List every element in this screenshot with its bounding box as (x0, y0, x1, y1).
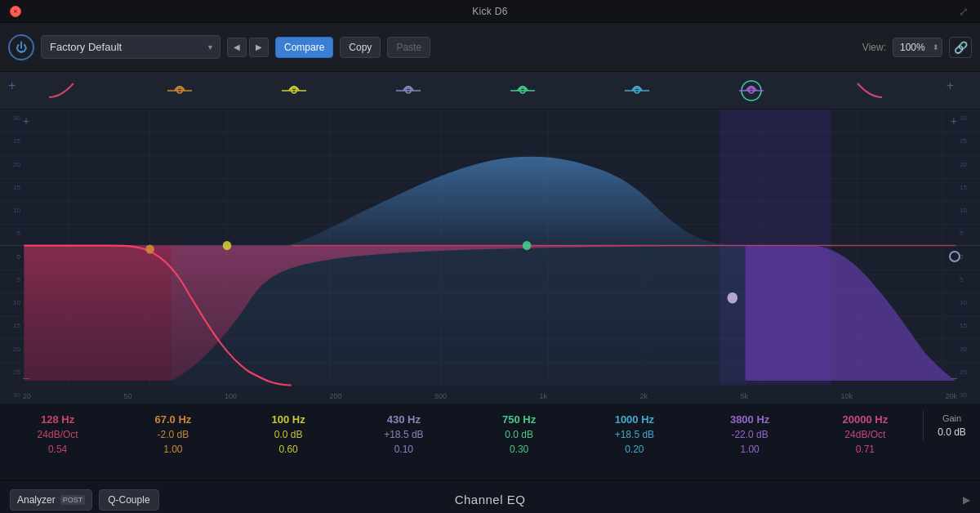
view-label: View: (862, 42, 886, 53)
play-button[interactable]: ▶ (963, 494, 970, 506)
band-param-2: 67.0 Hz -2.0 dB 1.00 (115, 410, 230, 458)
band-param-1: 128 Hz 24dB/Oct 0.54 (0, 410, 115, 458)
preset-select[interactable]: Factory Default Custom Flat (41, 35, 220, 59)
plugin-title: Channel EQ (455, 493, 526, 506)
band-icon-1[interactable] (41, 74, 82, 107)
band4-q: 0.10 (394, 444, 413, 455)
band8-freq: 20000 Hz (843, 413, 889, 426)
qcouple-button[interactable]: Q-Couple (99, 489, 158, 511)
band-param-6: 1000 Hz +18.5 dB 0.20 (577, 410, 692, 458)
prev-preset-button[interactable]: ◀ (227, 38, 247, 57)
svg-point-36 (223, 241, 231, 250)
bottom-bar: Analyzer POST Q-Couple Channel EQ ▶ (0, 480, 980, 513)
next-preset-button[interactable]: ▶ (249, 38, 269, 57)
band7-db: -22.0 dB (731, 429, 768, 440)
paste-button: Paste (387, 37, 430, 58)
gain-handle[interactable] (949, 251, 960, 262)
titlebar: × Kick D6 ⤢ (0, 0, 980, 23)
band-icon-3[interactable] (274, 74, 314, 107)
db-labels-left: 30 25 20 15 10 5 0 5 10 15 20 25 30 (0, 109, 23, 404)
db-labels-right: 30 25 20 15 10 5 0 5 10 15 20 25 30 (957, 109, 980, 404)
band-param-3: 100 Hz 0.0 dB 0.60 (231, 410, 346, 458)
band-param-5: 750 Hz 0.0 dB 0.30 (461, 410, 577, 458)
add-band-left[interactable]: + (8, 78, 16, 93)
band6-db: +18.5 dB (615, 429, 654, 440)
band3-q: 0.60 (278, 444, 297, 455)
window-title: Kick D6 (472, 6, 507, 17)
db-plus-top-right[interactable]: + (951, 114, 957, 127)
compare-button[interactable]: Compare (275, 37, 333, 58)
controls-bar: ⏻ Factory Default Custom Flat ◀ ▶ Compar… (0, 23, 980, 72)
gain-value: 0.0 dB (938, 426, 966, 438)
svg-point-38 (728, 292, 738, 304)
band-icon-4[interactable] (388, 74, 429, 107)
db-minus-bottom[interactable]: – (23, 371, 29, 384)
svg-point-35 (145, 244, 154, 253)
band1-q: 0.54 (48, 444, 67, 455)
view-select[interactable]: 50% 75% 100% 125% 150% (893, 38, 942, 57)
left-buttons: Analyzer POST Q-Couple (10, 489, 159, 511)
band2-db: -2.0 dB (158, 429, 189, 440)
expand-button[interactable]: ⤢ (957, 5, 970, 18)
analyzer-button[interactable]: Analyzer POST (10, 489, 92, 511)
post-tag: POST (60, 495, 86, 505)
preset-wrapper: Factory Default Custom Flat (41, 35, 220, 59)
band1-db: 24dB/Oct (38, 429, 78, 440)
band8-db: 24dB/Oct (844, 429, 885, 440)
nav-buttons: ◀ ▶ (227, 38, 269, 57)
band7-q: 1.00 (740, 444, 759, 455)
band4-db: +18.5 dB (384, 429, 423, 440)
band-icon-6[interactable] (617, 74, 657, 107)
eq-curve-svg (0, 109, 980, 404)
add-band-right[interactable]: + (947, 78, 954, 93)
band3-freq: 100 Hz (272, 413, 305, 426)
band-params: 128 Hz 24dB/Oct 0.54 67.0 Hz -2.0 dB 1.0… (0, 404, 980, 480)
power-button[interactable]: ⏻ (8, 34, 34, 60)
band4-freq: 430 Hz (387, 413, 421, 426)
gain-display: Gain 0.0 dB (923, 410, 980, 441)
band-icon-7[interactable] (731, 74, 772, 107)
band5-freq: 750 Hz (502, 413, 536, 426)
band8-q: 0.71 (856, 444, 875, 455)
band2-q: 1.00 (163, 444, 182, 455)
close-button[interactable]: × (10, 6, 21, 17)
copy-button[interactable]: Copy (340, 37, 381, 58)
band-icon-2[interactable] (159, 74, 200, 107)
freq-labels: 20 50 100 200 500 1k 2k 5k 10k 20k (23, 392, 957, 400)
db-minus-bottom-right[interactable]: – (951, 371, 957, 384)
band2-freq: 67.0 Hz (154, 413, 191, 426)
band-param-7: 3800 Hz -22.0 dB 1.00 (693, 410, 808, 458)
band6-freq: 1000 Hz (615, 413, 654, 426)
plugin-title-area: Channel EQ (455, 493, 526, 507)
band-param-4: 430 Hz +18.5 dB 0.10 (346, 410, 461, 458)
band-icon-8[interactable] (849, 74, 890, 107)
band5-db: 0.0 dB (505, 429, 533, 440)
link-button[interactable]: 🔗 (949, 37, 972, 58)
analyzer-label: Analyzer (17, 494, 56, 506)
band-icons-row: + + (0, 72, 980, 109)
view-wrapper: 50% 75% 100% 125% 150% (893, 38, 942, 57)
band7-freq: 3800 Hz (730, 413, 769, 426)
band5-q: 0.30 (510, 444, 528, 455)
db-plus-top[interactable]: + (23, 114, 29, 127)
eq-display: 30 25 20 15 10 5 0 5 10 15 20 25 30 30 2… (0, 109, 980, 404)
band-param-8: 20000 Hz 24dB/Oct 0.71 (808, 410, 923, 458)
band3-db: 0.0 dB (274, 429, 303, 440)
gain-label: Gain (942, 413, 961, 423)
band-icon-5[interactable] (502, 74, 543, 107)
band6-q: 0.20 (625, 444, 644, 455)
band1-freq: 128 Hz (41, 413, 74, 426)
svg-point-37 (523, 241, 531, 250)
